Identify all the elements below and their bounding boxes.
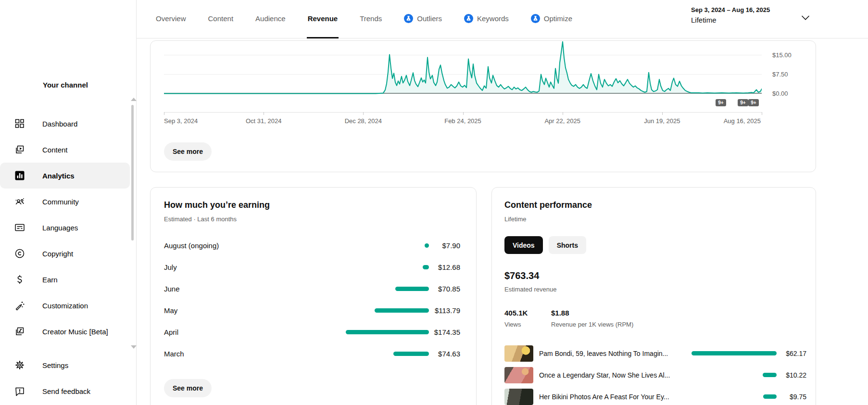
sidebar-item-creator-music[interactable]: Creator Music [Beta]: [0, 318, 137, 344]
sidebar-item-languages[interactable]: Languages: [0, 215, 137, 240]
sidebar-item-content[interactable]: Content: [0, 137, 137, 163]
x-axis-tick: [563, 112, 563, 115]
tab-label: Audience: [255, 14, 286, 23]
tab-label: Keywords: [477, 14, 509, 23]
performance-card: Content performance Lifetime VideosShort…: [491, 187, 816, 405]
sidebar-item-community[interactable]: Community: [0, 189, 137, 215]
tab-label: Outliers: [417, 14, 442, 23]
tab-label: Content: [208, 14, 234, 23]
tab-label: Trends: [360, 14, 382, 23]
x-axis-label: Oct 31, 2024: [246, 117, 281, 125]
channel-label: Your channel: [0, 81, 131, 89]
see-more-button[interactable]: See more: [164, 379, 212, 397]
y-axis-label: $0.00: [772, 90, 788, 97]
video-row[interactable]: Pam Bondi, 59, leaves Nothing To Imagin.…: [504, 342, 806, 364]
lab-flask-icon: [404, 14, 413, 23]
earnings-value: $174.35: [429, 328, 460, 336]
tab-outliers[interactable]: Outliers: [403, 0, 443, 38]
x-axis-label: Apr 22, 2025: [544, 117, 580, 125]
video-title: Her Bikini Photos Are A Feast For Your E…: [539, 393, 687, 401]
video-rows: Pam Bondi, 59, leaves Nothing To Imagin.…: [504, 342, 806, 405]
sidebar-footer-items: Settings Send feedback: [0, 352, 137, 404]
sidebar-item-customization[interactable]: Customization: [0, 292, 137, 318]
y-axis-label: $15.00: [772, 51, 792, 59]
dashboard-icon: [14, 118, 25, 129]
sidebar-scrollbar-thumb[interactable]: [131, 105, 134, 240]
month-label: March: [164, 350, 340, 358]
y-axis-label: $7.50: [772, 71, 788, 78]
video-value: $9.75: [777, 393, 806, 401]
video-thumbnail: [504, 367, 533, 383]
sidebar-item-settings[interactable]: Settings: [0, 352, 137, 378]
earnings-row: July $12.68: [164, 256, 460, 278]
date-range-picker[interactable]: Sep 3, 2024 – Aug 16, 2025 Lifetime: [691, 6, 770, 24]
tab-optimize[interactable]: Optimize: [530, 0, 573, 38]
x-axis-tick: [264, 112, 264, 115]
sidebar-item-copyright[interactable]: Copyright: [0, 240, 137, 266]
views-stat-label: Views: [504, 321, 521, 328]
sidebar-item-dashboard[interactable]: Dashboard: [0, 111, 137, 137]
date-range-label: Sep 3, 2024 – Aug 16, 2025: [691, 6, 770, 13]
earn-icon: [14, 274, 25, 285]
videos-toggle[interactable]: Videos: [504, 236, 543, 254]
date-preset-label: Lifetime: [691, 16, 770, 24]
earnings-bar: [395, 287, 429, 291]
overflow-badge[interactable]: 9+: [738, 99, 748, 106]
performance-card-subtitle: Lifetime: [504, 215, 527, 223]
sidebar-item-label: Earn: [42, 276, 58, 284]
tab-label: Optimize: [544, 14, 572, 23]
earnings-bar: [346, 330, 429, 334]
video-thumbnail: [504, 389, 533, 405]
sidebar-item-send-feedback[interactable]: Send feedback: [0, 378, 137, 404]
earnings-bar: [375, 308, 429, 313]
sidebar-item-label: Content: [42, 146, 68, 154]
chevron-down-icon[interactable]: [801, 13, 810, 22]
earnings-row: April $174.35: [164, 321, 460, 343]
overflow-badge[interactable]: 9+: [748, 99, 759, 106]
video-row[interactable]: Once a Legendary Star, Now She Lives Al.…: [504, 364, 806, 386]
tab-content[interactable]: Content: [207, 0, 235, 38]
see-more-button[interactable]: See more: [164, 142, 212, 161]
month-label: April: [164, 328, 340, 336]
sidebar-item-analytics[interactable]: Analytics: [0, 163, 130, 189]
earnings-value: $70.85: [429, 285, 460, 293]
earnings-rows: August (ongoing) $7.90 July $12.68 June …: [164, 235, 460, 365]
video-title: Pam Bondi, 59, leaves Nothing To Imagin.…: [539, 350, 687, 357]
tab-keywords[interactable]: Keywords: [463, 0, 510, 38]
month-label: May: [164, 306, 340, 315]
tab-label: Revenue: [308, 14, 338, 23]
performance-card-title: Content performance: [504, 200, 592, 210]
lab-flask-icon: [531, 14, 540, 23]
video-bar: [763, 394, 777, 399]
sidebar-item-label: Creator Music [Beta]: [42, 328, 108, 336]
overflow-badge[interactable]: 9+: [716, 99, 726, 106]
tab-revenue[interactable]: Revenue: [307, 0, 339, 38]
estimated-revenue-value: $763.34: [504, 270, 539, 281]
video-bar: [763, 373, 777, 377]
scroll-up-arrow-icon[interactable]: [131, 98, 137, 101]
x-axis-label: Sep 3, 2024: [164, 117, 198, 125]
community-icon: [14, 196, 25, 207]
views-stat-value: 405.1K: [504, 309, 528, 317]
sidebar-item-earn[interactable]: Earn: [0, 266, 137, 292]
month-label: August (ongoing): [164, 241, 340, 250]
earnings-bar: [425, 243, 429, 248]
earnings-card: How much you’re earning Estimated · Last…: [150, 187, 477, 405]
earnings-value: $7.90: [429, 241, 460, 250]
x-axis-tick: [363, 112, 364, 115]
customization-icon: [14, 300, 25, 311]
month-label: July: [164, 263, 340, 271]
x-axis-label: Dec 28, 2024: [345, 117, 382, 125]
earnings-row: March $74.63: [164, 343, 460, 365]
video-value: $62.17: [777, 350, 806, 357]
earnings-row: May $113.79: [164, 300, 460, 321]
send-feedback-icon: [14, 386, 25, 396]
tab-trends[interactable]: Trends: [359, 0, 383, 38]
tab-audience[interactable]: Audience: [254, 0, 287, 38]
earnings-bar: [423, 265, 429, 269]
tab-overview[interactable]: Overview: [155, 0, 187, 38]
shorts-toggle[interactable]: Shorts: [549, 236, 586, 254]
video-row[interactable]: Her Bikini Photos Are A Feast For Your E…: [504, 386, 806, 405]
x-axis-tick: [463, 112, 464, 115]
scroll-down-arrow-icon[interactable]: [131, 345, 137, 349]
